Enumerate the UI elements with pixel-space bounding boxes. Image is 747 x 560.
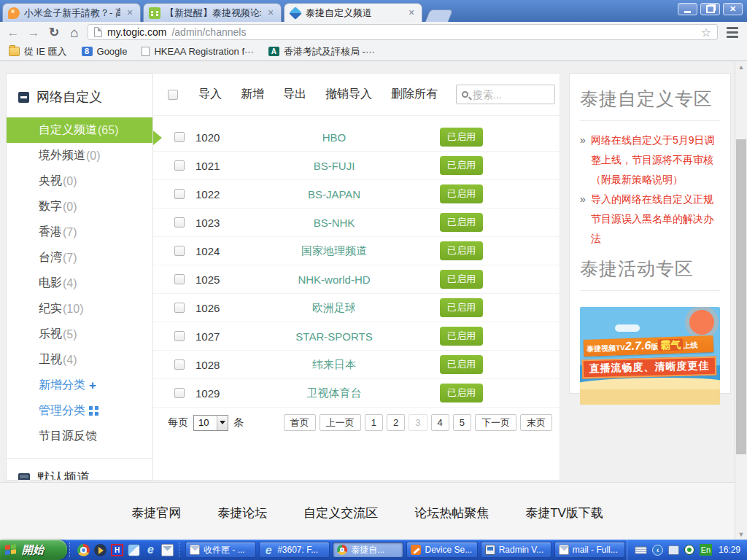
scrollbar-thumb[interactable] bbox=[736, 139, 746, 454]
promo-banner[interactable]: 泰捷视频TV2.7.6版霸气上线 直播流畅度、清晰度更佳 bbox=[580, 307, 720, 405]
page-button[interactable]: 5 bbox=[453, 414, 471, 431]
row-checkbox[interactable] bbox=[174, 217, 185, 228]
page-button[interactable]: 下一页 bbox=[475, 414, 516, 431]
sidebar-item[interactable]: 境外频道(0) bbox=[7, 143, 152, 168]
task-button[interactable]: 泰捷自... bbox=[333, 542, 403, 558]
close-button[interactable] bbox=[723, 3, 743, 15]
channel-name-link[interactable]: NHK-world-HD bbox=[254, 273, 414, 286]
collapse-icon[interactable] bbox=[18, 92, 29, 103]
row-checkbox[interactable] bbox=[174, 274, 185, 284]
sidebar-section-default-channels[interactable]: 默认频道 bbox=[7, 469, 152, 481]
tray-collapse-icon[interactable] bbox=[652, 545, 663, 556]
row-checkbox[interactable] bbox=[174, 132, 185, 142]
status-badge[interactable]: 已启用 bbox=[440, 128, 483, 147]
outlook-icon[interactable] bbox=[161, 544, 174, 556]
sidebar-section-header[interactable]: 网络自定义 bbox=[7, 74, 152, 106]
search-box[interactable] bbox=[456, 85, 555, 104]
page-button[interactable]: 末页 bbox=[520, 414, 552, 431]
page-button[interactable]: 4 bbox=[431, 414, 449, 431]
row-checkbox[interactable] bbox=[174, 189, 185, 199]
status-badge[interactable]: 已启用 bbox=[440, 384, 483, 402]
restore-button[interactable] bbox=[700, 3, 720, 15]
sidebar-item[interactable]: 台湾(7) bbox=[7, 245, 152, 271]
sidebar-item[interactable]: 节目源反馈 bbox=[7, 424, 152, 449]
tab-close-icon[interactable] bbox=[406, 8, 417, 18]
channel-name-link[interactable]: 纬来日本 bbox=[254, 358, 414, 372]
task-button[interactable]: Radmin V... bbox=[481, 542, 551, 558]
footer-link[interactable]: 泰捷论坛 bbox=[217, 505, 267, 521]
sidebar-item[interactable]: 自定义频道(65) bbox=[7, 117, 152, 143]
search-input[interactable] bbox=[473, 89, 549, 101]
per-page-select[interactable]: 10 bbox=[193, 415, 228, 431]
task-button[interactable]: mail - Full... bbox=[554, 542, 625, 558]
task-button[interactable]: Device Se... bbox=[406, 542, 477, 558]
channel-name-link[interactable]: HBO bbox=[254, 131, 414, 144]
sidebar-item[interactable]: 新增分类 bbox=[7, 373, 152, 398]
task-button[interactable]: #3607: F... bbox=[259, 542, 330, 558]
row-checkbox[interactable] bbox=[174, 359, 185, 370]
back-icon[interactable] bbox=[6, 26, 20, 39]
ie-icon[interactable] bbox=[144, 544, 157, 556]
scroll-down-icon[interactable] bbox=[735, 529, 747, 540]
sidebar-item[interactable]: 央视(0) bbox=[7, 168, 152, 194]
notice-link[interactable]: 网络在线自定义于5月9日调整上线，节目源将不再审核（附最新策略说明） bbox=[580, 131, 723, 190]
media-player-icon[interactable] bbox=[94, 544, 107, 556]
status-badge[interactable]: 已启用 bbox=[440, 213, 483, 232]
bookmark-item[interactable]: Google bbox=[82, 46, 128, 57]
page-button[interactable]: 上一页 bbox=[320, 414, 361, 431]
chrome-menu-icon[interactable] bbox=[724, 27, 741, 38]
browser-tab[interactable]: 小米盒子新手請教？- 高清 bbox=[2, 3, 141, 22]
task-button[interactable]: 收件匣 - ... bbox=[185, 542, 256, 558]
scroll-up-icon[interactable] bbox=[735, 62, 747, 72]
keyboard-icon[interactable] bbox=[635, 546, 647, 554]
bookmark-item[interactable]: 從 IE 匯入 bbox=[9, 45, 67, 58]
minimize-button[interactable] bbox=[678, 3, 697, 15]
browser-tab[interactable]: 【新提醒】泰捷视频论坛_ bbox=[143, 3, 282, 22]
row-checkbox[interactable] bbox=[174, 388, 185, 398]
channel-name-link[interactable]: BS-FUJI bbox=[254, 160, 414, 172]
channel-name-link[interactable]: 国家地理频道 bbox=[254, 244, 414, 258]
sidebar-item[interactable]: 纪实(10) bbox=[7, 296, 152, 322]
sidebar-item[interactable]: 电影(4) bbox=[7, 271, 152, 296]
bookmark-item[interactable]: 香港考試及評核局 -··· bbox=[268, 45, 375, 58]
page-button[interactable]: 3 bbox=[409, 414, 427, 431]
page-button[interactable]: 2 bbox=[387, 414, 405, 431]
bookmark-item[interactable]: HKEAA Registration f··· bbox=[142, 46, 254, 57]
page-button[interactable]: 1 bbox=[365, 414, 383, 431]
ultraedit-icon[interactable] bbox=[111, 544, 123, 556]
start-button[interactable]: 開始 bbox=[0, 540, 67, 560]
footer-link[interactable]: 论坛热帖聚焦 bbox=[414, 505, 489, 521]
sidebar-item[interactable]: 数字(0) bbox=[7, 194, 152, 219]
toolbar-action[interactable]: 新增 bbox=[241, 87, 264, 102]
language-indicator[interactable]: En bbox=[700, 544, 712, 556]
page-button[interactable]: 首页 bbox=[284, 414, 316, 431]
channel-name-link[interactable]: BS-JAPAN bbox=[254, 188, 414, 201]
toolbar-action[interactable]: 导入 bbox=[198, 87, 222, 102]
channel-name-link[interactable]: 卫视体育台 bbox=[254, 386, 414, 400]
status-badge[interactable]: 已启用 bbox=[440, 270, 483, 289]
footer-link[interactable]: 泰捷TV版下载 bbox=[525, 505, 603, 521]
chrome-icon[interactable] bbox=[77, 544, 90, 556]
sidebar-item[interactable]: 卫视(4) bbox=[7, 347, 152, 373]
new-tab-button[interactable] bbox=[425, 9, 454, 22]
status-badge[interactable]: 已启用 bbox=[440, 241, 483, 260]
messenger-icon[interactable] bbox=[128, 544, 140, 556]
forward-icon[interactable] bbox=[26, 26, 41, 39]
select-all-checkbox[interactable] bbox=[168, 90, 178, 100]
footer-link[interactable]: 自定义交流区 bbox=[303, 505, 378, 521]
bookmark-star-icon[interactable] bbox=[701, 26, 711, 39]
sidebar-item[interactable]: 乐视(5) bbox=[7, 322, 152, 347]
sidebar-item[interactable]: 香港(7) bbox=[7, 219, 152, 245]
row-checkbox[interactable] bbox=[174, 331, 185, 341]
toolbar-action[interactable]: 导出 bbox=[283, 87, 306, 102]
footer-link[interactable]: 泰捷官网 bbox=[131, 505, 181, 521]
scrollbar[interactable] bbox=[735, 62, 747, 540]
notice-link[interactable]: 导入的网络在线自定义正规节目源误入黑名单的解决办法 bbox=[580, 190, 723, 249]
tab-close-icon[interactable] bbox=[125, 8, 135, 18]
tray-app-icon[interactable] bbox=[668, 545, 679, 555]
browser-tab[interactable]: 泰捷自定义频道 bbox=[284, 3, 422, 22]
channel-name-link[interactable]: STAR-SPORTS bbox=[254, 330, 414, 343]
toolbar-action[interactable]: 删除所有 bbox=[391, 87, 438, 102]
toolbar-action[interactable]: 撤销导入 bbox=[325, 87, 372, 102]
channel-name-link[interactable]: BS-NHK bbox=[254, 217, 414, 229]
